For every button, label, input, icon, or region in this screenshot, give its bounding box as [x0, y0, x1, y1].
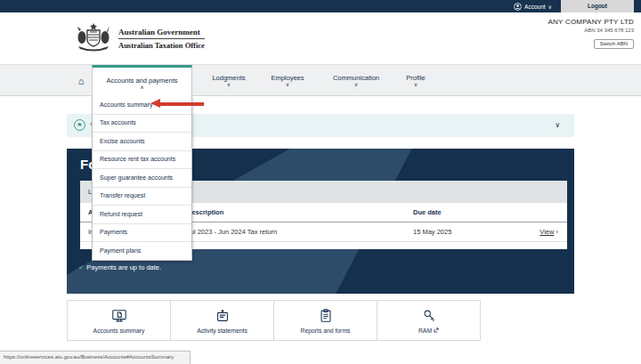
nav-item-label: Accounts and payments — [106, 77, 177, 85]
key-icon — [421, 308, 437, 324]
tile-label: RAM — [418, 328, 439, 334]
gov-line-1: Australian Government — [118, 28, 205, 39]
main-navigation: ⌂ Accounts and payments ∧ Lodgments ∨ Em… — [0, 64, 641, 96]
menu-item-accounts-summary[interactable]: Accounts summary — [93, 96, 191, 115]
clipboard-icon — [318, 308, 334, 324]
nav-item-lodgments[interactable]: Lodgments ∨ — [203, 65, 255, 96]
menu-item-payments[interactable]: Payments — [93, 224, 191, 243]
nav-home-button[interactable]: ⌂ — [71, 65, 91, 96]
menu-item-super-guarantee-accounts[interactable]: Super guarantee accounts — [93, 169, 191, 188]
accounts-and-payments-dropdown: Accounts summary Tax accounts Excise acc… — [92, 96, 192, 261]
home-icon: ⌂ — [78, 76, 85, 86]
nav-item-label: Lodgments — [212, 74, 245, 82]
right-arrow-icon: › — [556, 228, 559, 236]
nav-item-communication[interactable]: Communication ∨ — [322, 65, 390, 96]
chevron-up-icon: ∧ — [140, 85, 143, 90]
chevron-down-icon: ∨ — [354, 83, 358, 87]
flag-icon: ⚑ — [74, 119, 85, 131]
menu-item-refund-request[interactable]: Refund request — [93, 206, 191, 224]
quick-links-row: Accounts summary Activity statements Rep… — [67, 300, 481, 341]
payments-status-note: ✓Payments are up to date. — [78, 263, 161, 271]
nav-item-label: Communication — [333, 74, 379, 82]
account-menu[interactable]: Account ∨ — [514, 0, 552, 12]
switch-abn-button[interactable]: Switch ABN — [594, 39, 634, 49]
nav-item-label: Employees — [271, 74, 304, 82]
cell-due-date: 15 May 2025 — [413, 222, 451, 242]
tile-ram[interactable]: RAM — [377, 300, 481, 341]
nav-item-profile[interactable]: Profile ∨ — [399, 65, 433, 96]
chevron-down-icon[interactable]: ∨ — [555, 121, 560, 129]
gov-line-2: Australian Taxation Office — [118, 41, 205, 50]
statement-pencil-icon — [215, 308, 231, 324]
tile-label: Reports and forms — [301, 328, 351, 334]
nav-item-label: Profile — [406, 74, 425, 82]
chevron-down-icon: ∨ — [286, 83, 289, 87]
column-header-description: Description — [187, 203, 223, 222]
menu-item-payment-plans[interactable]: Payment plans — [93, 242, 191, 260]
view-link[interactable]: View › — [540, 222, 558, 242]
external-link-icon — [434, 328, 439, 333]
site-header: Australian Government Australian Taxatio… — [0, 12, 641, 64]
nav-item-employees[interactable]: Employees ∨ — [264, 65, 312, 96]
nav-item-accounts-and-payments[interactable]: Accounts and payments ∧ — [92, 65, 192, 98]
chevron-down-icon: ∨ — [414, 83, 418, 87]
government-wordmark: Australian Government Australian Taxatio… — [118, 28, 205, 50]
chevron-down-icon: ∨ — [548, 4, 552, 10]
chevron-down-icon: ∨ — [227, 83, 231, 87]
tile-reports-and-forms[interactable]: Reports and forms — [273, 300, 377, 341]
monitor-document-icon — [111, 308, 127, 324]
account-label: Account — [524, 4, 546, 10]
menu-item-transfer-request[interactable]: Transfer request — [93, 188, 191, 206]
cell-description: Jul 2023 - Jun 2024 Tax return — [187, 222, 277, 242]
tile-accounts-summary[interactable]: Accounts summary — [67, 300, 171, 341]
check-icon: ✓ — [78, 263, 84, 271]
australian-coat-of-arms-logo — [75, 22, 112, 54]
tile-label: Accounts summary — [93, 328, 145, 334]
menu-item-resource-rent-tax-accounts[interactable]: Resource rent tax accounts — [93, 151, 191, 170]
company-abn: ABN 34 345 678 123 — [548, 28, 634, 33]
tile-activity-statements[interactable]: Activity statements — [170, 300, 274, 341]
menu-item-excise-accounts[interactable]: Excise accounts — [93, 133, 191, 151]
tile-label: Activity statements — [197, 328, 247, 334]
column-header-due-date: Due date — [413, 203, 442, 222]
company-name: ANY COMPANY PTY LTD — [548, 18, 634, 26]
menu-item-tax-accounts[interactable]: Tax accounts — [93, 115, 191, 133]
person-icon — [514, 3, 522, 11]
top-bar: Account ∨ Logout — [0, 0, 641, 12]
browser-status-url: https://onlineservices.ato.gov.au/Busine… — [0, 351, 191, 364]
logout-button[interactable]: Logout — [561, 0, 634, 12]
